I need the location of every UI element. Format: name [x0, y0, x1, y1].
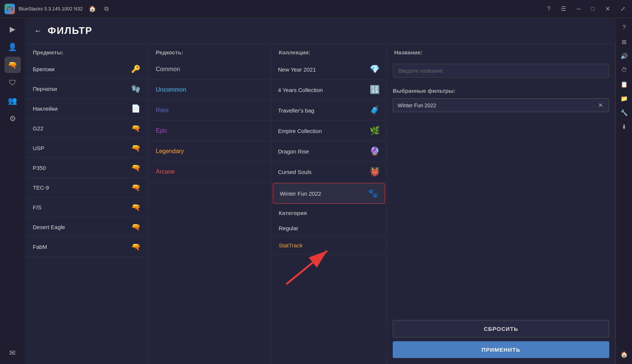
rarity-epic[interactable]: Epic — [148, 121, 271, 141]
cursed-icon: 👹 — [370, 167, 380, 177]
back-button[interactable]: ← — [34, 26, 42, 35]
right-volume-button[interactable]: 🔊 — [617, 49, 631, 63]
right-folder-button[interactable]: 📁 — [617, 92, 631, 105]
list-item[interactable]: Desert Eagle 🔫 — [25, 217, 148, 237]
list-item[interactable]: F/S 🔫 — [25, 197, 148, 217]
new-year-icon: 💎 — [370, 64, 380, 74]
item-label: P350 — [33, 165, 46, 171]
app-name: BlueStacks 5.3.145.1002 N32 — [19, 6, 83, 12]
category-stattrack[interactable]: StatTrack — [271, 237, 386, 254]
expand-button[interactable]: ⤢ — [618, 4, 628, 14]
collection-empire[interactable]: Empire Collection 🌿 — [271, 121, 386, 141]
desert-eagle-icon: 🔫 — [131, 222, 140, 231]
collection-label: Winter Fun 2022 — [280, 190, 321, 197]
list-item[interactable]: Перчатки 🧤 — [25, 79, 148, 99]
collection-winter-fun-2022[interactable]: Winter Fun 2022 🐾 — [273, 183, 385, 204]
sidebar-item-settings[interactable]: ⚙ — [4, 110, 21, 127]
remove-filter-button[interactable]: ✕ — [597, 102, 604, 109]
collection-dragon-rise[interactable]: Dragon Rise 🔮 — [271, 141, 386, 162]
item-label: FabM — [33, 244, 47, 250]
collection-label: New Year 2021 — [278, 66, 316, 73]
rarity-uncommon[interactable]: Uncommon — [148, 80, 271, 100]
collection-4-years[interactable]: 4 Years Collection 🔢 — [271, 80, 386, 100]
collection-travellers-bag[interactable]: Traveller's bag 🧳 — [271, 100, 386, 121]
tec9-icon: 🔫 — [131, 183, 140, 192]
right-grid-button[interactable]: ⊞ — [617, 35, 631, 48]
fabm-icon: 🔫 — [131, 242, 140, 251]
filter-header: ← ФИЛЬТР — [25, 18, 616, 44]
title-bar: 🎮 BlueStacks 5.3.145.1002 N32 🏠 ⧉ ? ☰ ─ … — [0, 0, 632, 18]
key-icon: 🔑 — [131, 64, 140, 73]
collection-label: Traveller's bag — [278, 107, 314, 114]
maximize-button[interactable]: □ — [589, 4, 597, 14]
right-wrench-button[interactable]: 🔧 — [617, 106, 631, 119]
item-label: G22 — [33, 125, 43, 132]
menu-button[interactable]: ☰ — [559, 4, 568, 14]
rarity-header: Редкость: — [148, 44, 271, 59]
category-regular[interactable]: Regular — [271, 220, 386, 237]
sidebar-item-shield[interactable]: 🛡 — [4, 75, 21, 91]
name-header: Название: — [387, 44, 615, 59]
category-label: StatTrack — [279, 242, 303, 249]
sidebar-item-team[interactable]: 👥 — [4, 92, 21, 109]
list-item[interactable]: Наклейки 📄 — [25, 99, 148, 118]
multiinstance-button[interactable]: ⧉ — [102, 4, 111, 14]
list-item[interactable]: G22 🔫 — [25, 118, 148, 138]
action-buttons: СБРОСИТЬ ПРИМЕНИТЬ — [387, 314, 615, 364]
list-item[interactable]: P350 🔫 — [25, 158, 148, 178]
item-label: USP — [33, 145, 44, 151]
selected-filters-label: Выбранные фильтры: — [387, 82, 615, 97]
items-header: Предметы: — [25, 44, 148, 59]
rarity-label: Legendary — [156, 148, 184, 154]
close-button[interactable]: ✕ — [603, 4, 612, 14]
name-search-input[interactable] — [393, 64, 609, 78]
main-layout: ▶ 👤 🔫 🛡 👥 ⚙ ✉ ← ФИЛЬТР Предметы: Брелоки… — [0, 18, 632, 364]
collection-new-year-2021[interactable]: New Year 2021 💎 — [271, 59, 386, 80]
4years-icon: 🔢 — [370, 85, 380, 95]
collection-label: Cursed Souls — [278, 169, 312, 175]
name-input-section — [387, 59, 615, 82]
right-timer-button[interactable]: ⏱ — [617, 63, 631, 77]
sidebar-item-profile[interactable]: 👤 — [4, 39, 21, 55]
rarity-rare[interactable]: Rare — [148, 100, 271, 121]
item-label: Наклейки — [33, 105, 57, 112]
right-clipboard-button[interactable]: 📋 — [617, 77, 631, 91]
right-download-button[interactable]: ⬇ — [617, 120, 631, 133]
p350-icon: 🔫 — [131, 163, 140, 172]
list-item[interactable]: TEC-9 🔫 — [25, 178, 148, 197]
sidebar-item-mail[interactable]: ✉ — [4, 345, 21, 361]
right-home-button[interactable]: 🏠 — [617, 348, 631, 361]
reset-button[interactable]: СБРОСИТЬ — [393, 320, 609, 338]
filter-tag-label: Winter Fun 2022 — [398, 102, 436, 108]
home-button[interactable]: 🏠 — [86, 4, 98, 14]
bag-icon: 🧳 — [370, 105, 380, 115]
rarity-arcane[interactable]: Arcane — [148, 162, 271, 182]
minimize-button[interactable]: ─ — [574, 4, 583, 14]
list-item[interactable]: USP 🔫 — [25, 138, 148, 158]
fs-icon: 🔫 — [131, 203, 140, 212]
item-label: TEC-9 — [33, 184, 49, 191]
sidebar-item-weapon[interactable]: 🔫 — [4, 57, 21, 73]
apply-button[interactable]: ПРИМЕНИТЬ — [393, 341, 609, 358]
empire-icon: 🌿 — [370, 126, 380, 136]
sticker-icon: 📄 — [131, 104, 140, 113]
list-item[interactable]: Брелоки 🔑 — [25, 59, 148, 79]
rarity-label: Rare — [156, 107, 169, 113]
app-logo: 🎮 — [4, 4, 15, 14]
item-label: F/S — [33, 204, 41, 211]
usp-icon: 🔫 — [131, 143, 140, 152]
collection-label: Dragon Rise — [278, 148, 309, 155]
help-button[interactable]: ? — [545, 4, 553, 14]
list-item[interactable]: FabM 🔫 — [25, 237, 148, 257]
rarity-common[interactable]: Common — [148, 59, 271, 80]
category-label: Regular — [279, 225, 298, 231]
right-help-button[interactable]: ? — [617, 21, 631, 34]
collection-label: Empire Collection — [278, 128, 322, 134]
content-area: ← ФИЛЬТР Предметы: Брелоки 🔑 Перчатки 🧤 — [25, 18, 616, 364]
winter-fun-icon: 🐾 — [368, 189, 378, 198]
collection-header: Коллекция: — [271, 44, 386, 59]
rarity-legendary[interactable]: Legendary — [148, 141, 271, 162]
item-label: Брелоки — [33, 66, 54, 72]
collection-cursed-souls[interactable]: Cursed Souls 👹 — [271, 162, 386, 182]
sidebar-item-play[interactable]: ▶ — [4, 21, 21, 37]
